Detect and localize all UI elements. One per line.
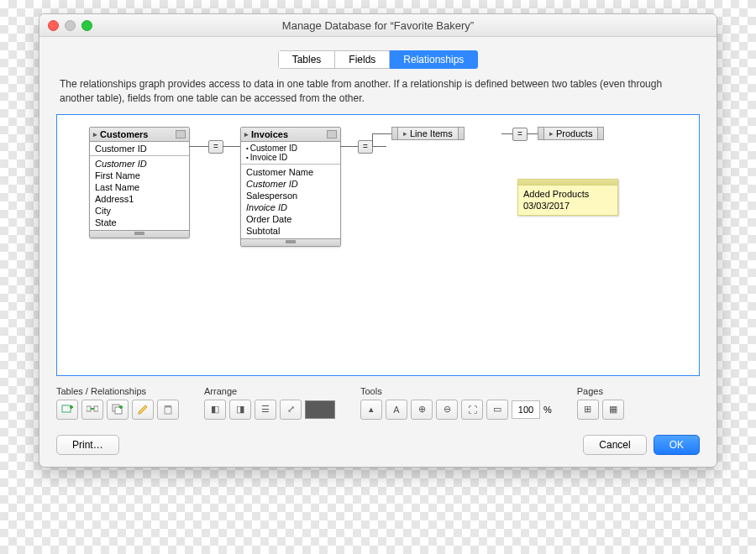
table-handle-icon[interactable] [538, 127, 544, 140]
note-header[interactable] [518, 180, 617, 186]
relationship-line[interactable] [372, 133, 391, 134]
zoom-icon[interactable] [81, 20, 92, 31]
table-title: Products [556, 128, 592, 138]
group-label: Tables / Relationships [56, 386, 179, 396]
field-item[interactable]: Last Name [90, 181, 189, 193]
zoom-input[interactable] [512, 400, 540, 419]
note-tool-button[interactable]: A [386, 400, 407, 420]
table-title: Customers [100, 129, 148, 139]
group-label: Tools [360, 386, 552, 396]
zoom-out-button[interactable]: ⊖ [436, 400, 458, 420]
close-icon[interactable] [48, 20, 59, 31]
expand-icon[interactable]: ▸ [549, 129, 554, 138]
color-swatch[interactable] [305, 400, 335, 419]
dialog-footer: Print… Cancel OK [56, 435, 700, 455]
relationship-line[interactable] [223, 146, 240, 147]
field-item[interactable]: Address1 [90, 193, 189, 205]
manage-database-window: Manage Database for “Favorite Bakery” Ta… [39, 13, 717, 468]
tab-bar: Tables Fields Relationships [56, 50, 700, 69]
table-menu-icon[interactable] [176, 130, 186, 138]
table-products[interactable]: ▸Products [538, 127, 630, 140]
relationship-operator[interactable]: = [208, 140, 223, 154]
svg-rect-3 [87, 406, 91, 411]
canvas-note[interactable]: Added Products 03/03/2017 [517, 179, 618, 217]
titlebar[interactable]: Manage Database for “Favorite Bakery” [39, 14, 717, 37]
pointer-tool-button[interactable]: ▴ [360, 400, 382, 420]
zoom-suffix: % [543, 405, 552, 415]
window-title: Manage Database for “Favorite Bakery” [39, 19, 717, 32]
key-field[interactable]: •Customer ID •Invoice ID [241, 142, 340, 165]
table-handle-icon[interactable] [391, 127, 398, 140]
svg-rect-10 [165, 407, 171, 414]
svg-rect-0 [62, 405, 71, 412]
group-label: Arrange [204, 386, 335, 396]
minimize-icon[interactable] [65, 20, 76, 31]
field-item[interactable]: Customer ID [241, 178, 340, 190]
table-header[interactable]: ▸ Invoices [241, 128, 340, 142]
note-line: Added Products [523, 188, 612, 200]
table-line-items[interactable]: ▸Line Items [391, 127, 501, 140]
field-item[interactable]: Salesperson [241, 190, 340, 201]
zoom-in-button[interactable]: ⊕ [411, 400, 433, 420]
add-table-button[interactable] [56, 400, 78, 420]
ok-button[interactable]: OK [654, 435, 700, 455]
field-item[interactable]: Invoice ID [241, 201, 340, 213]
relationship-line[interactable] [340, 146, 358, 147]
relationship-operator[interactable]: = [358, 140, 373, 154]
edit-button[interactable] [132, 400, 154, 420]
table-title: Line Items [410, 128, 453, 138]
cancel-button[interactable]: Cancel [583, 435, 646, 455]
table-handle-icon[interactable] [458, 127, 465, 140]
relationship-line[interactable] [372, 133, 373, 146]
select-all-button[interactable]: ▭ [486, 400, 508, 420]
relationship-line[interactable] [372, 146, 386, 147]
field-item[interactable]: Subtotal [241, 225, 340, 237]
expand-icon[interactable]: ▸ [93, 130, 97, 138]
page-breaks-button[interactable]: ⊞ [577, 400, 599, 420]
field-item[interactable]: Customer Name [241, 166, 340, 178]
distribute-button[interactable]: ☰ [255, 400, 276, 420]
relationship-line[interactable] [189, 146, 208, 147]
page-setup-button[interactable]: ▦ [602, 400, 624, 420]
tab-tables[interactable]: Tables [278, 50, 336, 69]
field-list: Customer Name Customer ID Salesperson In… [241, 165, 340, 238]
relationship-operator[interactable]: = [512, 128, 528, 141]
toolbar: Tables / Relationships Arrange ◧ ◨ ☰ ⤢ [56, 386, 700, 420]
resize-button[interactable]: ⤢ [280, 400, 302, 420]
table-title: Invoices [251, 129, 288, 139]
expand-icon[interactable]: ▸ [403, 129, 407, 138]
align-left-button[interactable]: ◧ [204, 400, 226, 420]
svg-rect-4 [94, 406, 98, 411]
relationship-line[interactable] [501, 133, 512, 134]
table-handle-icon[interactable] [597, 127, 604, 140]
table-customers[interactable]: ▸ Customers Customer ID Customer ID Firs… [89, 127, 190, 238]
description-text: The relationships graph provides access … [60, 77, 696, 106]
add-relationship-button[interactable] [81, 400, 103, 420]
duplicate-table-button[interactable] [107, 400, 129, 420]
table-invoices[interactable]: ▸ Invoices •Customer ID •Invoice ID Cust… [240, 127, 341, 247]
table-menu-icon[interactable] [327, 130, 337, 138]
field-item[interactable]: City [90, 205, 189, 217]
field-item[interactable]: First Name [90, 170, 189, 181]
relationships-canvas[interactable]: ▸ Customers Customer ID Customer ID Firs… [56, 114, 700, 376]
field-item[interactable]: Customer ID [90, 158, 189, 170]
table-header[interactable]: ▸ Customers [90, 128, 189, 142]
field-list: Customer ID First Name Last Name Address… [90, 156, 189, 230]
zoom-fit-button[interactable]: ⛶ [461, 400, 483, 420]
table-resize-icon[interactable] [241, 238, 340, 246]
tab-relationships[interactable]: Relationships [390, 50, 478, 69]
key-field[interactable]: Customer ID [90, 142, 189, 156]
align-vertical-button[interactable]: ◨ [229, 400, 251, 420]
field-item[interactable]: Order Date [241, 213, 340, 225]
relationship-line[interactable] [527, 133, 538, 134]
table-resize-icon[interactable] [90, 230, 189, 238]
delete-button[interactable] [157, 400, 179, 420]
expand-icon[interactable]: ▸ [244, 130, 249, 138]
field-item[interactable]: State [90, 217, 189, 228]
note-line: 03/03/2017 [523, 200, 612, 212]
print-button[interactable]: Print… [56, 435, 119, 455]
group-label: Pages [577, 386, 624, 396]
tab-fields[interactable]: Fields [335, 50, 390, 69]
